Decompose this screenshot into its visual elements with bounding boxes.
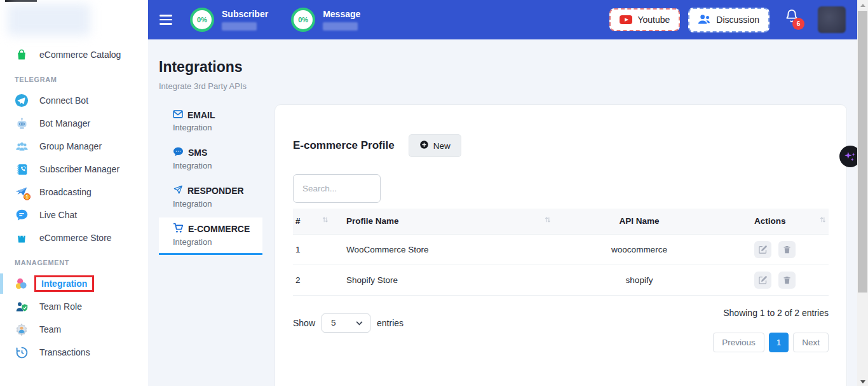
tab-subtitle: Integration	[173, 123, 262, 132]
page-size-control: Show 5 entries	[293, 314, 403, 333]
subscriber-stat: 0% Subscriber	[190, 8, 268, 32]
edit-button[interactable]	[754, 241, 771, 258]
subscriber-stat-label: Subscriber	[222, 9, 268, 19]
tab-title: EMAIL	[187, 110, 215, 120]
team-icon	[15, 322, 29, 336]
table-row: 2 Shopify Store shopify	[293, 265, 829, 295]
discussion-people-icon	[698, 14, 711, 26]
sort-icon	[322, 216, 329, 225]
sidebar-item-label: Broadcasting	[39, 187, 92, 197]
tab-subtitle: Integration	[173, 199, 262, 209]
sidebar-item-integration[interactable]: Integration	[0, 272, 148, 295]
youtube-button[interactable]: Youtube	[609, 8, 680, 31]
show-label: Show	[293, 318, 315, 328]
message-stat-label: Message	[323, 9, 360, 19]
entries-label: entries	[377, 318, 403, 328]
sidebar-item-label: Connect Bot	[39, 95, 88, 106]
actions-cell	[731, 234, 829, 265]
sidebar-item-label: eCommerce Store	[39, 233, 112, 243]
column-header-api-name[interactable]: API Name	[553, 209, 731, 234]
page-size-select[interactable]: 5	[322, 314, 370, 333]
logo-fragment	[5, 0, 37, 2]
tab-subtitle: Integration	[173, 237, 262, 247]
youtube-button-label: Youtube	[637, 15, 670, 25]
profiles-table: # Profile Name API Name Actions	[293, 209, 829, 296]
subscriber-progress-ring: 0%	[190, 8, 214, 32]
delete-button[interactable]	[778, 272, 796, 289]
youtube-icon	[620, 15, 632, 24]
new-profile-button[interactable]: New	[409, 134, 461, 157]
tab-subtitle: Integration	[173, 161, 262, 170]
sidebar-item-label: eCommerce Catalog	[39, 50, 121, 60]
notifications-bell[interactable]: 6	[785, 9, 804, 31]
sidebar-item-label: Integration	[34, 275, 94, 292]
sidebar-item-live-chat[interactable]: Live Chat	[0, 203, 148, 226]
sort-icon	[545, 216, 551, 225]
chevron-down-icon	[356, 318, 363, 327]
shopping-bag-icon	[15, 48, 29, 62]
column-header-actions[interactable]: Actions	[731, 209, 829, 234]
scrollbar-down-arrow[interactable]	[857, 380, 868, 383]
subscriber-stat-value-blurred	[222, 22, 257, 31]
row-number: 1	[293, 234, 331, 265]
delete-button[interactable]	[778, 241, 796, 258]
column-header-profile-name[interactable]: Profile Name	[331, 209, 553, 234]
sidebar-item-transactions[interactable]: Transactions	[0, 341, 148, 364]
paper-plane-icon	[173, 185, 183, 196]
actions-cell	[731, 265, 829, 295]
column-header-number[interactable]: #	[293, 209, 331, 234]
sidebar-item-ecommerce-store[interactable]: eCommerce Store	[0, 226, 148, 249]
page-subtitle: Integrate 3rd Party APIs	[159, 81, 847, 91]
edit-button[interactable]	[754, 272, 771, 289]
store-bag-icon	[15, 231, 29, 245]
message-progress-ring: 0%	[291, 8, 315, 32]
scrollbar-up-arrow[interactable]	[857, 0, 868, 11]
team-role-icon	[15, 300, 29, 314]
tab-email-integration[interactable]: EMAIL Integration	[159, 104, 262, 139]
sidebar: eCommerce Catalog TELEGRAM Connect Bot B…	[0, 0, 148, 386]
tab-sms-integration[interactable]: SMS Integration	[159, 141, 262, 177]
sidebar-section-management: MANAGEMENT	[0, 249, 148, 272]
sidebar-item-label: Team Role	[39, 301, 82, 312]
column-label: #	[295, 216, 301, 226]
message-stat: 0% Message	[291, 8, 360, 32]
current-page-button[interactable]: 1	[769, 333, 789, 352]
sparkles-icon	[843, 149, 857, 163]
next-page-button[interactable]: Next	[793, 333, 829, 352]
tab-title: SMS	[188, 148, 207, 158]
previous-page-button[interactable]: Previous	[713, 333, 764, 352]
sidebar-item-label: Bot Manager	[39, 118, 90, 128]
sidebar-section-telegram: TELEGRAM	[0, 66, 148, 89]
user-avatar[interactable]	[818, 6, 846, 33]
sidebar-item-label: Team	[39, 324, 61, 334]
tab-responder-integration[interactable]: RESPONDER Integration	[159, 179, 262, 215]
chat-icon	[15, 208, 29, 222]
tab-title: E-COMMERCE	[188, 224, 250, 234]
tab-title: RESPONDER	[187, 186, 244, 196]
notification-count-badge: 6	[792, 18, 804, 30]
search-input[interactable]	[293, 174, 381, 203]
sidebar-item-team[interactable]: Team	[0, 318, 148, 341]
discussion-button[interactable]: Discussion	[688, 8, 770, 32]
broadcast-count-badge: 1	[24, 193, 31, 200]
sidebar-item-label: Transactions	[39, 347, 90, 357]
sidebar-item-subscriber-manager[interactable]: Subscriber Manager	[0, 158, 148, 181]
sms-icon	[173, 147, 184, 158]
sidebar-item-label: Group Manager	[39, 141, 102, 151]
integration-icon	[15, 277, 29, 291]
sidebar-item-bot-manager[interactable]: Bot Manager	[0, 112, 148, 135]
new-button-label: New	[433, 141, 451, 151]
scrollbar[interactable]	[857, 0, 868, 386]
sidebar-item-connect-bot[interactable]: Connect Bot	[0, 89, 148, 112]
page-title: Integrations	[159, 59, 847, 76]
tab-ecommerce-integration[interactable]: E-COMMERCE Integration	[159, 217, 262, 255]
main-content: Integrations Integrate 3rd Party APIs EM…	[148, 39, 857, 386]
sidebar-item-ecommerce-catalog[interactable]: eCommerce Catalog	[0, 43, 148, 66]
page-size-value: 5	[331, 318, 336, 327]
scrollbar-thumb[interactable]	[858, 11, 867, 293]
hamburger-menu-icon[interactable]	[159, 15, 172, 25]
sidebar-item-broadcasting[interactable]: 1 Broadcasting	[0, 181, 148, 203]
card-title: E-commerce Profile	[293, 139, 395, 152]
sidebar-item-group-manager[interactable]: Group Manager	[0, 135, 148, 158]
sidebar-item-team-role[interactable]: Team Role	[0, 295, 148, 318]
